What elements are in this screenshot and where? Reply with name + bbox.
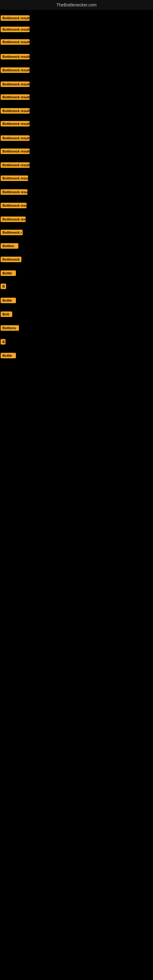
bottleneck-result-16: Bottleneck result bbox=[1, 216, 26, 223]
bottleneck-badge-9: Bottleneck result bbox=[1, 121, 30, 126]
bottleneck-result-8: Bottleneck result bbox=[1, 108, 30, 115]
bottleneck-badge-22: Bottle bbox=[1, 298, 16, 303]
bottleneck-result-10: Bottleneck result bbox=[1, 135, 30, 142]
site-title: TheBottlenecker.com bbox=[0, 0, 153, 10]
bottleneck-badge-18: Bottlen bbox=[1, 243, 18, 249]
bottleneck-badge-26: Bottle bbox=[1, 353, 16, 358]
bottleneck-badge-25: B bbox=[1, 339, 5, 345]
bottleneck-badge-15: Bottleneck result bbox=[1, 203, 27, 208]
bottleneck-result-25: B bbox=[1, 339, 5, 346]
bottleneck-badge-7: Bottleneck result bbox=[1, 94, 30, 100]
bottleneck-result-24: Bottlens bbox=[1, 325, 19, 332]
bottleneck-result-5: Bottleneck result bbox=[1, 67, 30, 74]
bottleneck-badge-23: Bott bbox=[1, 312, 12, 317]
bottleneck-result-1: Bottleneck result bbox=[1, 15, 30, 22]
bottleneck-result-14: Bottleneck result bbox=[1, 189, 27, 196]
bottleneck-result-26: Bottle bbox=[1, 353, 16, 360]
bottleneck-result-17: Bottleneck r bbox=[1, 230, 22, 236]
bottleneck-result-13: Bottleneck result bbox=[1, 175, 28, 182]
bottleneck-badge-8: Bottleneck result bbox=[1, 108, 30, 114]
bottleneck-badge-24: Bottlens bbox=[1, 325, 19, 331]
bottleneck-result-12: Bottleneck result bbox=[1, 162, 30, 169]
bottleneck-badge-6: Bottleneck result bbox=[1, 81, 30, 87]
bottleneck-badge-13: Bottleneck result bbox=[1, 175, 28, 181]
bottleneck-result-2: Bottleneck result bbox=[1, 27, 30, 33]
bottleneck-result-11: Bottleneck result bbox=[1, 148, 30, 155]
bottleneck-badge-10: Bottleneck result bbox=[1, 135, 30, 141]
bottleneck-result-22: Bottle bbox=[1, 298, 16, 304]
bottleneck-badge-11: Bottleneck result bbox=[1, 148, 30, 154]
bottleneck-result-6: Bottleneck result bbox=[1, 81, 30, 88]
bottleneck-badge-12: Bottleneck result bbox=[1, 162, 30, 168]
bottleneck-badge-3: Bottleneck result bbox=[1, 39, 30, 45]
bottleneck-badge-17: Bottleneck r bbox=[1, 230, 22, 235]
bottleneck-result-4: Bottleneck result bbox=[1, 54, 30, 60]
bottleneck-badge-19: Bottleneck bbox=[1, 257, 21, 262]
bottleneck-badge-2: Bottleneck result bbox=[1, 27, 30, 32]
bottleneck-result-15: Bottleneck result bbox=[1, 203, 27, 210]
bottleneck-result-3: Bottleneck result bbox=[1, 39, 30, 46]
bottleneck-result-9: Bottleneck result bbox=[1, 121, 30, 128]
bottleneck-result-23: Bott bbox=[1, 312, 12, 318]
bottleneck-badge-16: Bottleneck result bbox=[1, 216, 26, 222]
bottleneck-badge-5: Bottleneck result bbox=[1, 67, 30, 73]
bottleneck-badge-21: B bbox=[1, 283, 6, 289]
bottleneck-result-21: B bbox=[1, 283, 6, 290]
bottleneck-result-20: Bottle bbox=[1, 270, 16, 277]
bottleneck-result-18: Bottlen bbox=[1, 243, 18, 250]
bottleneck-badge-1: Bottleneck result bbox=[1, 15, 30, 21]
bottleneck-badge-4: Bottleneck result bbox=[1, 54, 30, 59]
bottleneck-badge-20: Bottle bbox=[1, 270, 16, 276]
bottleneck-badge-14: Bottleneck result bbox=[1, 189, 27, 195]
bottleneck-result-19: Bottleneck bbox=[1, 257, 21, 263]
bottleneck-result-7: Bottleneck result bbox=[1, 94, 30, 101]
